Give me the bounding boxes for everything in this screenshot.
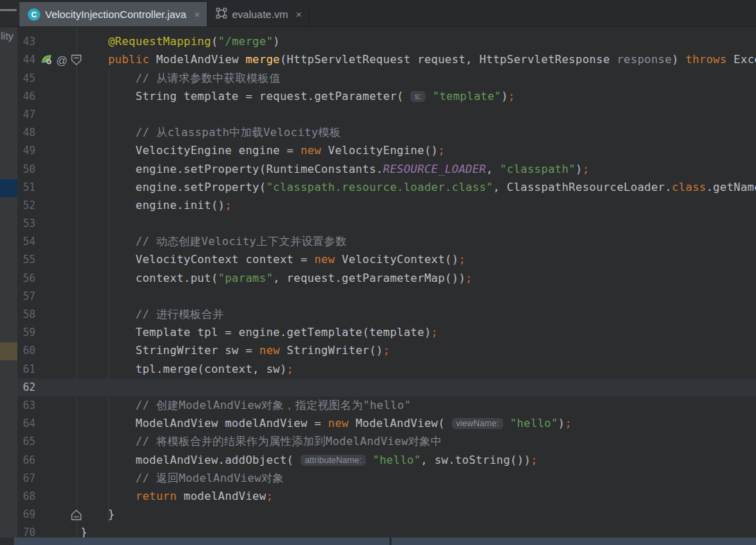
code-text: ModelAndView modelAndView = new ModelAnd… — [81, 414, 572, 433]
code-line[interactable]: 50 engine.setProperty(RuntimeConstants.R… — [17, 160, 756, 178]
code-line[interactable]: 65 // 将模板合并的结果作为属性添加到ModelAndView对象中 — [17, 433, 756, 451]
code-text: String template = request.getParameter( … — [81, 87, 515, 106]
code-line[interactable]: 48 // 从classpath中加载Velocity模板 — [17, 124, 756, 142]
code-line[interactable]: 63 // 创建ModelAndView对象，指定视图名为"hello" — [17, 396, 756, 414]
code-token: "hello" — [373, 453, 421, 467]
line-number[interactable]: 68 — [23, 487, 47, 505]
code-line[interactable]: 45 // 从请求参数中获取模板值 — [17, 69, 756, 87]
code-line[interactable]: 43 @RequestMapping("/merge") — [17, 33, 756, 51]
code-line[interactable]: 49 VelocityEngine engine = new VelocityE… — [17, 142, 756, 160]
line-number[interactable]: 56 — [23, 269, 47, 287]
code-line[interactable]: 42 — [17, 27, 756, 33]
code-text: // 动态创建Velocity上下文并设置参数 — [81, 233, 346, 251]
ide-window: C VelocityInjectionController.java × eva… — [0, 0, 756, 545]
code-token: VelocityEngine engine = — [81, 144, 301, 157]
line-number[interactable]: 53 — [23, 215, 47, 233]
line-number[interactable]: 63 — [23, 396, 47, 414]
code-line[interactable]: 66 modelAndView.addObject( attributeName… — [17, 451, 756, 469]
code-text: public ModelAndView merge(HttpServletReq… — [81, 51, 756, 69]
code-token: ; — [383, 344, 390, 357]
code-line[interactable]: 57 — [17, 287, 756, 305]
code-token — [81, 471, 135, 485]
code-token: "classpath" — [500, 162, 576, 176]
code-token: engine.init() — [81, 199, 225, 212]
inlay-hint[interactable]: attributeName: — [301, 455, 366, 466]
code-token: , ClasspathResourceLoader. — [493, 181, 671, 194]
panel-divider-handle[interactable] — [0, 9, 17, 11]
line-number[interactable]: 70 — [23, 523, 47, 537]
code-line[interactable]: 46 String template = request.getParamete… — [17, 87, 756, 106]
code-editor[interactable]: 4243 @RequestMapping("/merge")44@ public… — [17, 27, 756, 537]
line-number[interactable]: 48 — [23, 124, 47, 142]
line-number[interactable]: 60 — [23, 342, 47, 360]
code-line[interactable]: 51 engine.setProperty("classpath.resourc… — [17, 178, 756, 196]
inlay-hint[interactable]: s: — [410, 91, 426, 102]
code-line[interactable]: 52 engine.init(); — [17, 196, 756, 215]
line-number[interactable]: 59 — [23, 324, 47, 342]
line-number[interactable]: 42 — [23, 27, 47, 33]
code-line[interactable]: 53 — [17, 215, 756, 233]
line-number[interactable]: 65 — [23, 433, 47, 451]
line-number[interactable]: 49 — [23, 142, 47, 160]
code-line[interactable]: 47 — [17, 106, 756, 124]
code-token: // 从请求参数中获取模板值 — [135, 72, 280, 85]
code-line[interactable]: 70} — [17, 523, 756, 537]
code-line[interactable]: 55 VelocityContext context = new Velocit… — [17, 251, 756, 269]
code-line[interactable]: 62 — [17, 378, 756, 396]
code-token — [81, 308, 135, 321]
line-number[interactable]: 54 — [23, 233, 47, 251]
code-token — [81, 35, 108, 48]
code-text: // 创建ModelAndView对象，指定视图名为"hello" — [81, 396, 411, 414]
line-number[interactable]: 45 — [23, 69, 47, 87]
line-number[interactable]: 67 — [23, 469, 47, 487]
code-line[interactable]: 56 context.put("params", request.getPara… — [17, 269, 756, 287]
line-number[interactable]: 46 — [23, 87, 47, 106]
code-token: ; — [565, 417, 572, 430]
inlay-hint[interactable]: viewName: — [452, 418, 503, 429]
code-text: // 将模板合并的结果作为属性添加到ModelAndView对象中 — [81, 433, 442, 451]
code-token: StringWriter() — [280, 344, 383, 357]
line-number[interactable]: 64 — [23, 414, 47, 433]
code-token: public — [108, 53, 149, 66]
code-text: tpl.merge(context, sw); — [81, 360, 294, 378]
code-line[interactable]: 54 // 动态创建Velocity上下文并设置参数 — [17, 233, 756, 251]
code-token: ; — [531, 453, 538, 467]
tree-selection-highlight[interactable] — [0, 179, 17, 197]
line-number[interactable]: 66 — [23, 451, 47, 469]
code-line[interactable]: 59 Template tpl = engine.getTemplate(tem… — [17, 324, 756, 342]
code-token: ; — [582, 162, 589, 176]
code-line[interactable]: 64 ModelAndView modelAndView = new Model… — [17, 414, 756, 433]
code-token: .getName()) — [706, 181, 756, 194]
line-number[interactable]: 55 — [23, 251, 47, 269]
tab-velocityinjectioncontroller[interactable]: C VelocityInjectionController.java × — [19, 2, 208, 26]
code-line[interactable]: 61 tpl.merge(context, sw); — [17, 360, 756, 378]
tree-drop-highlight[interactable] — [0, 342, 17, 360]
line-number[interactable]: 51 — [23, 178, 47, 196]
project-panel-strip: lity — [0, 27, 17, 537]
line-number[interactable]: 58 — [23, 305, 47, 324]
annotation-at-icon[interactable]: @ — [56, 55, 67, 67]
code-line[interactable]: 44@ public ModelAndView merge(HttpServle… — [17, 51, 756, 69]
code-text: // 进行模板合并 — [81, 305, 224, 324]
code-line[interactable]: 67 // 返回ModelAndView对象 — [17, 469, 756, 487]
spring-bean-icon[interactable] — [40, 53, 53, 68]
line-number[interactable]: 62 — [23, 378, 47, 396]
code-token: "params" — [218, 271, 273, 285]
tab-evaluate-vm[interactable]: evaluate.vm × — [208, 2, 310, 26]
code-line[interactable]: 58 // 进行模板合并 — [17, 305, 756, 324]
code-line[interactable]: 60 StringWriter sw = new StringWriter(); — [17, 342, 756, 360]
line-number[interactable]: 69 — [23, 505, 47, 523]
line-number[interactable]: 57 — [23, 287, 47, 305]
line-number[interactable]: 61 — [23, 360, 47, 378]
code-token: new — [259, 344, 280, 357]
line-number[interactable]: 47 — [23, 106, 47, 124]
line-number[interactable]: 52 — [23, 196, 47, 215]
close-icon[interactable]: × — [296, 8, 302, 20]
line-number[interactable]: 43 — [23, 33, 47, 51]
code-token — [81, 489, 135, 503]
code-line[interactable]: 68 return modelAndView; — [17, 487, 756, 505]
code-line[interactable]: 69 } — [17, 505, 756, 523]
code-text: engine.init(); — [81, 196, 232, 215]
line-number[interactable]: 50 — [23, 160, 47, 178]
close-icon[interactable]: × — [194, 8, 200, 20]
